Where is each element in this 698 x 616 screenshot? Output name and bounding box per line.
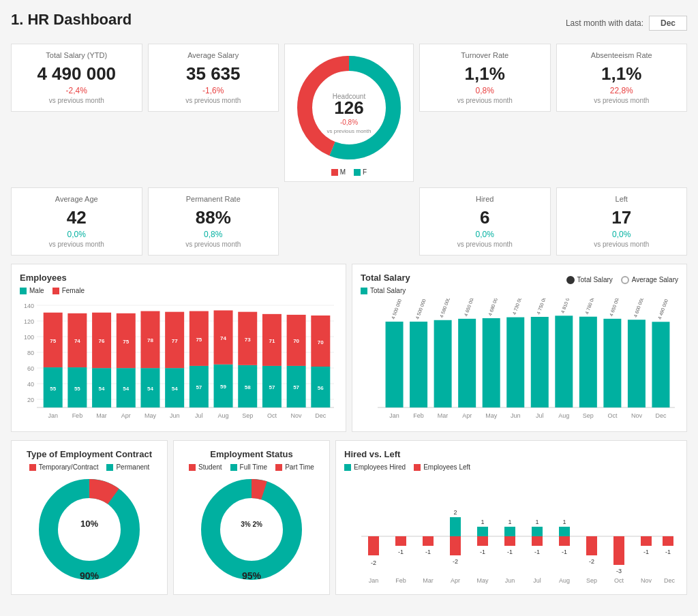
permanent-rate-card: Permanent Rate 88% 0,8% vs previous mont… xyxy=(148,187,279,256)
svg-text:May: May xyxy=(485,412,498,419)
page-title: 1. HR Dashboard xyxy=(11,11,132,29)
svg-text:140: 140 xyxy=(24,303,34,309)
svg-text:4 810 000 $: 4 810 000 $ xyxy=(560,298,573,314)
svg-text:-1: -1 xyxy=(480,549,485,555)
svg-text:Jun: Jun xyxy=(511,412,521,419)
svg-text:-1: -1 xyxy=(398,549,404,555)
svg-text:Apr: Apr xyxy=(462,412,472,419)
svg-rect-148 xyxy=(368,536,379,555)
hired-left-title: Hired vs. Left xyxy=(344,449,678,459)
svg-text:77: 77 xyxy=(172,338,178,344)
svg-text:75: 75 xyxy=(196,337,202,343)
turnover-card: Turnover Rate 1,1% 0,8% vs previous mont… xyxy=(419,44,551,112)
svg-text:Feb: Feb xyxy=(413,412,424,419)
left-card: Left 17 0,0% vs previous month xyxy=(556,187,688,256)
svg-text:75: 75 xyxy=(123,339,129,345)
svg-text:Oct: Oct xyxy=(267,412,277,419)
svg-text:Feb: Feb xyxy=(72,412,83,419)
avg-salary-card: Average Salary 35 635 -1,6% vs previous … xyxy=(148,44,279,112)
total-salary-change: -2,4% xyxy=(21,86,132,95)
hired-change: 0,0% xyxy=(429,230,541,239)
svg-rect-89 xyxy=(434,320,452,407)
permanent-pct: 90% xyxy=(20,570,159,581)
svg-text:58: 58 xyxy=(245,384,251,390)
salary-radio-group: Total Salary Average Salary xyxy=(566,276,678,284)
svg-text:4 650 000 $: 4 650 000 $ xyxy=(464,298,476,317)
permanent-rate-title: Permanent Rate xyxy=(158,195,269,203)
total-salary-title: Total Salary (YTD) xyxy=(21,51,132,59)
avg-age-change: 0,0% xyxy=(21,230,132,239)
svg-text:4 760 000 $: 4 760 000 $ xyxy=(584,298,597,315)
svg-text:74: 74 xyxy=(74,338,80,344)
svg-rect-142 xyxy=(504,527,515,536)
svg-text:40: 40 xyxy=(27,381,34,388)
left-value: 17 xyxy=(566,207,678,228)
turnover-value: 1,1% xyxy=(429,63,541,84)
svg-text:Aug: Aug xyxy=(558,412,569,419)
svg-text:Dec: Dec xyxy=(655,412,667,419)
svg-text:100: 100 xyxy=(24,334,34,341)
avg-salary-title: Average Salary xyxy=(158,51,269,59)
hired-left-card: Hired vs. Left Employees Hired Employees… xyxy=(335,440,687,595)
svg-text:-3: -3 xyxy=(616,568,622,574)
hired-left-chart: Jan Feb Mar Apr May Jun Jul Aug Sep Oct … xyxy=(344,475,678,584)
female-legend: F xyxy=(354,168,367,176)
absenteeism-card: Absenteeism Rate 1,1% 22,8% vs previous … xyxy=(556,44,688,112)
avg-salary-value: 35 635 xyxy=(158,63,269,84)
svg-text:126: 126 xyxy=(334,97,363,118)
turnover-title: Turnover Rate xyxy=(429,51,541,59)
svg-text:Oct: Oct xyxy=(607,412,618,419)
svg-text:57: 57 xyxy=(196,384,202,390)
svg-rect-160 xyxy=(532,536,543,546)
svg-text:Mar: Mar xyxy=(423,577,434,584)
svg-text:54: 54 xyxy=(172,386,178,392)
avg-age-value: 42 xyxy=(21,207,132,228)
last-month-info: Last month with data: Dec xyxy=(566,16,687,31)
total-salary-sub: vs previous month xyxy=(21,97,132,104)
svg-text:4 680 000 $: 4 680 000 $ xyxy=(487,298,500,316)
svg-text:Jun: Jun xyxy=(170,412,180,419)
employees-chart-title: Employees xyxy=(20,273,337,283)
svg-text:73: 73 xyxy=(245,337,251,343)
svg-rect-164 xyxy=(586,536,597,555)
svg-text:-1: -1 xyxy=(425,549,431,555)
hired-title: Hired xyxy=(429,195,541,203)
svg-text:-1: -1 xyxy=(507,549,513,555)
svg-text:55: 55 xyxy=(74,386,80,392)
svg-text:Aug: Aug xyxy=(559,577,570,584)
svg-point-122 xyxy=(211,489,292,570)
left-sub: vs previous month xyxy=(566,241,678,248)
hired-left-legend: Employees Hired Employees Left xyxy=(344,463,678,471)
svg-text:Jul: Jul xyxy=(195,412,203,419)
svg-text:Oct: Oct xyxy=(614,577,624,584)
svg-rect-150 xyxy=(395,536,406,546)
avg-age-sub: vs previous month xyxy=(21,241,132,248)
svg-text:75: 75 xyxy=(50,338,56,344)
absenteeism-title: Absenteeism Rate xyxy=(566,51,678,59)
svg-text:Apr: Apr xyxy=(121,412,131,419)
left-title: Left xyxy=(566,195,678,203)
svg-text:Feb: Feb xyxy=(395,577,406,584)
male-legend: M xyxy=(331,168,346,176)
svg-text:4 650 000 $: 4 650 000 $ xyxy=(609,298,622,317)
svg-text:4 500 000 $: 4 500 000 $ xyxy=(414,298,427,320)
absenteeism-sub: vs previous month xyxy=(566,97,678,104)
svg-text:Jan: Jan xyxy=(389,412,399,419)
svg-text:57: 57 xyxy=(293,384,299,390)
permanent-rate-value: 88% xyxy=(158,207,269,228)
svg-text:Mar: Mar xyxy=(96,412,107,419)
svg-rect-95 xyxy=(483,318,500,407)
employment-contract-legend: Temporary/Contract Permanent xyxy=(20,463,159,471)
total-salary-bar-chart: 4 500 000 $Jan4 500 000 $Feb4 580 000 $M… xyxy=(361,298,678,421)
svg-text:-1: -1 xyxy=(534,549,540,555)
employees-chart-card: Employees Male Female 140 120 100 80 60 … xyxy=(11,264,346,432)
turnover-sub: vs previous month xyxy=(429,97,541,104)
employment-status-title: Employment Status xyxy=(182,449,321,459)
total-salary-chart-title: Total Salary xyxy=(361,273,410,283)
svg-text:4 500 000 $: 4 500 000 $ xyxy=(391,298,404,320)
avg-salary-change: -1,6% xyxy=(158,86,269,95)
svg-rect-168 xyxy=(641,536,652,546)
svg-text:Aug: Aug xyxy=(218,412,229,419)
svg-text:May: May xyxy=(145,412,157,419)
headcount-donut: Headcount 126 -0,8% vs previous month xyxy=(291,50,407,166)
